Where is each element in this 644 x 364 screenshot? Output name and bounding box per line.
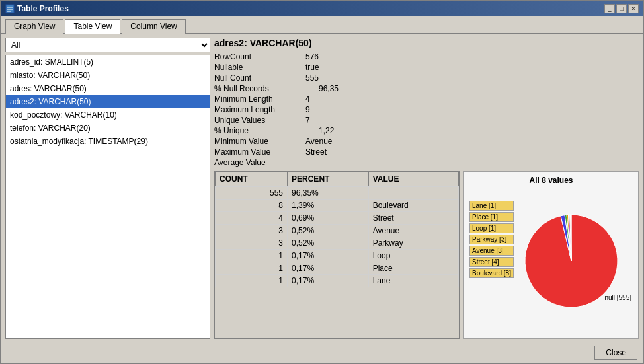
table-row-percent: 0,17%	[288, 275, 369, 287]
table-row-count: 3	[216, 225, 288, 237]
list-item[interactable]: adres_id: SMALLINT(5)	[6, 55, 210, 69]
main-content: All adres_id: SMALLINT(5) miasto: VARCHA…	[1, 34, 643, 343]
left-panel: All adres_id: SMALLINT(5) miasto: VARCHA…	[5, 38, 210, 339]
svg-rect-2	[7, 9, 13, 10]
stat-value-maxval: Street	[305, 147, 639, 157]
stat-label-nullcount: Null Count	[214, 73, 300, 83]
table-row-value: Parkway	[368, 237, 458, 250]
stat-value-maxlen: 9	[305, 105, 639, 114]
list-item[interactable]: miasto: VARCHAR(50)	[6, 69, 210, 82]
legend-item: Lane [1]	[469, 201, 514, 211]
details-header: adres2: VARCHAR(50)	[214, 38, 639, 48]
footer: Close	[1, 343, 643, 363]
svg-rect-3	[7, 11, 11, 12]
table-row: 10,17%Loop	[216, 250, 459, 262]
table-row-value: Place	[368, 262, 458, 275]
col-header-count: COUNT	[216, 172, 288, 186]
tabs-bar: Graph View Table View Column View	[1, 16, 643, 34]
table-row: 81,39%Boulevard	[216, 200, 459, 212]
window-title: Table Profiles	[17, 4, 69, 13]
table-row-percent: 96,35%	[288, 187, 369, 200]
bottom-section: COUNT PERCENT VALUE 55596,35%81,39%Boule…	[214, 171, 639, 339]
stat-label-rowcount: RowCount	[214, 52, 300, 61]
dropdown-container: All	[5, 38, 210, 52]
table-row-percent: 0,52%	[288, 225, 369, 237]
close-window-button[interactable]: ×	[628, 4, 639, 13]
app-icon	[5, 4, 15, 13]
right-panel: adres2: VARCHAR(50) RowCount 576 Nullabl…	[214, 38, 639, 339]
stat-value-nullpct: 96,35	[305, 84, 639, 93]
legend-item: Street [4]	[469, 257, 514, 267]
stat-label-maxlen: Maximum Length	[214, 105, 300, 114]
stat-label-pctunique: % Unique	[214, 126, 300, 135]
stat-label-minlen: Minimum Length	[214, 94, 300, 104]
table-row-value: Avenue	[368, 225, 458, 237]
table-row: 30,52%Avenue	[216, 225, 459, 237]
column-filter-select[interactable]: All	[5, 38, 210, 52]
table-row-value	[368, 187, 458, 200]
close-button[interactable]: Close	[594, 346, 637, 360]
table-row-percent: 0,17%	[288, 262, 369, 275]
table-row-count: 555	[216, 187, 288, 200]
table-row: 10,17%Lane	[216, 275, 459, 287]
null-label: null [555]	[604, 294, 631, 301]
table-row-count: 4	[216, 212, 288, 225]
legend-item: Place [1]	[469, 212, 514, 222]
list-item-selected[interactable]: adres2: VARCHAR(50)	[6, 95, 210, 108]
main-window: Table Profiles _ □ × Graph View Table Vi…	[0, 0, 644, 364]
table-row: 55596,35%	[216, 187, 459, 200]
col-header-value: VALUE	[368, 172, 458, 186]
chart-title: All 8 values	[529, 176, 573, 185]
data-table: COUNT PERCENT VALUE	[215, 172, 459, 186]
table-row-value: Boulevard	[368, 200, 458, 212]
minimize-button[interactable]: _	[604, 4, 615, 13]
table-row-count: 1	[216, 275, 288, 287]
table-row-percent: 0,69%	[288, 212, 369, 225]
stat-label-unique: Unique Values	[214, 116, 300, 125]
list-item[interactable]: telefon: VARCHAR(20)	[6, 122, 210, 135]
table-row: 40,69%Street	[216, 212, 459, 225]
chart-content: Lane [1] Place [1] Loop [1] Parkway [3] …	[468, 188, 634, 334]
title-bar-left: Table Profiles	[5, 4, 69, 13]
tab-column-view[interactable]: Column View	[122, 19, 185, 34]
table-row-value: Lane	[368, 275, 458, 287]
stat-value-minlen: 4	[305, 94, 639, 104]
table-row-percent: 1,39%	[288, 200, 369, 212]
chart-legend: Lane [1] Place [1] Loop [1] Parkway [3] …	[469, 201, 514, 278]
svg-rect-1	[7, 7, 13, 8]
legend-item: Parkway [3]	[469, 235, 514, 244]
table-row-percent: 0,52%	[288, 237, 369, 250]
tab-table-view[interactable]: Table View	[65, 19, 120, 34]
table-scroll[interactable]: 55596,35%81,39%Boulevard40,69%Street30,5…	[215, 186, 459, 338]
table-row-count: 1	[216, 262, 288, 275]
stat-label-nullpct: % Null Records	[214, 84, 300, 93]
stat-label-nullable: Nullable	[214, 63, 300, 72]
column-list: adres_id: SMALLINT(5) miasto: VARCHAR(50…	[5, 55, 210, 339]
title-bar: Table Profiles _ □ ×	[1, 1, 643, 16]
table-row-value: Loop	[368, 250, 458, 262]
table-row-count: 3	[216, 237, 288, 250]
legend-item: Boulevard [8]	[469, 268, 514, 278]
stat-value-unique: 7	[305, 116, 639, 125]
stat-value-rowcount: 576	[305, 52, 639, 61]
data-table-container: COUNT PERCENT VALUE 55596,35%81,39%Boule…	[214, 171, 460, 339]
table-row: 30,52%Parkway	[216, 237, 459, 250]
chart-area: All 8 values Lane [1] Place [1] Loop [1]…	[463, 171, 639, 339]
title-bar-buttons: _ □ ×	[604, 4, 639, 13]
stat-label-avgval: Average Value	[214, 158, 300, 167]
table-row: 10,17%Place	[216, 262, 459, 275]
tab-graph-view[interactable]: Graph View	[5, 19, 63, 34]
legend-item: Loop [1]	[469, 223, 514, 233]
list-item[interactable]: kod_pocztowy: VARCHAR(10)	[6, 108, 210, 122]
table-row-count: 1	[216, 250, 288, 262]
stat-label-maxval: Maximum Value	[214, 147, 300, 157]
table-row-count: 8	[216, 200, 288, 212]
col-header-percent: PERCENT	[288, 172, 369, 186]
list-item[interactable]: adres: VARCHAR(50)	[6, 82, 210, 95]
list-item[interactable]: ostatnia_modyfikacja: TIMESTAMP(29)	[6, 135, 210, 148]
stat-value-minval: Avenue	[305, 137, 639, 146]
maximize-button[interactable]: □	[616, 4, 627, 13]
table-row-value: Street	[368, 212, 458, 225]
stat-label-minval: Minimum Value	[214, 137, 300, 146]
legend-item: Avenue [3]	[469, 246, 514, 256]
